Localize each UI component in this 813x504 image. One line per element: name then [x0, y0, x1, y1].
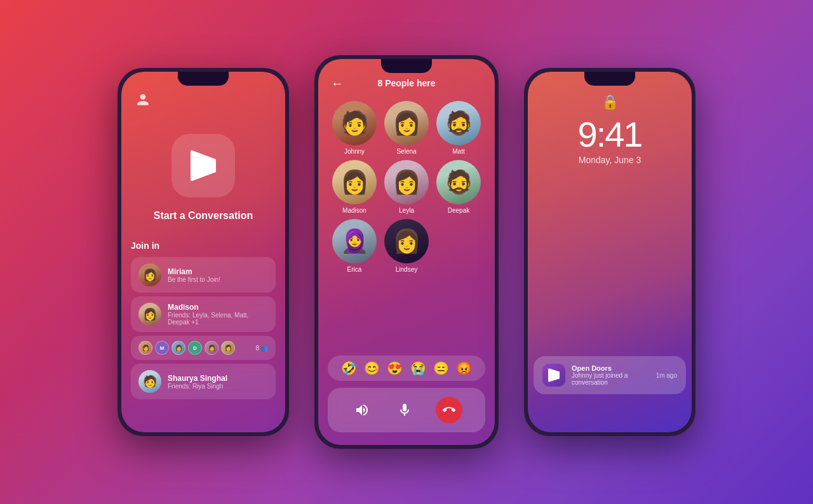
app-logo-shape	[191, 150, 216, 182]
person-madison-2[interactable]: 👩 Madison	[331, 160, 378, 214]
join-item-miriam[interactable]: 👩 Miriam Be the first to Join!	[131, 257, 276, 293]
erica-name: Erica	[347, 266, 362, 273]
call-controls	[328, 388, 485, 432]
deepak-avatar: 🧔	[436, 160, 481, 204]
phone2-header: ← 8 People here	[318, 59, 495, 95]
emoji-heart-eyes[interactable]: 😍	[387, 361, 403, 376]
phone1-header	[121, 72, 285, 115]
notification-card[interactable]: Open Doors Johnny just joined a conversa…	[534, 356, 686, 394]
miriam-info: Miriam Be the first to Join!	[168, 267, 268, 283]
shaurya-avatar: 🧑	[138, 370, 161, 393]
matt-name: Matt	[452, 148, 464, 155]
phone2-title: 8 People here	[377, 78, 435, 88]
selena-avatar: 👩	[384, 101, 429, 145]
mini-avatar-d: D	[188, 341, 202, 355]
emoji-cry[interactable]: 😭	[410, 361, 426, 376]
johnny-avatar: 🧑	[332, 101, 377, 145]
leyla-avatar: 👩	[384, 160, 429, 204]
back-button[interactable]: ←	[331, 76, 344, 91]
selena-name: Selena	[396, 148, 416, 155]
notification-time: 1m ago	[656, 372, 677, 379]
shaurya-name: Shaurya Singhal	[168, 374, 268, 383]
mini-avatar-m: M	[155, 341, 169, 355]
person-johnny[interactable]: 🧑 Johnny	[331, 101, 378, 155]
person-lindsey[interactable]: 👩 Lindsey	[383, 219, 430, 273]
app-logo-container	[171, 134, 235, 197]
notification-app-icon	[542, 364, 565, 387]
join-in-section: Join in 👩 Miriam Be the first to Join! 👩	[121, 241, 285, 403]
profile-icon[interactable]	[134, 91, 152, 109]
phone-2: ← 8 People here 🧑 Johnny 👩 Selena	[314, 55, 499, 449]
madison-sub: Friends: Leyla, Selena, Matt, Deepak +1	[168, 312, 268, 326]
emoji-neutral[interactable]: 😑	[433, 361, 449, 376]
shaurya-info: Shaurya Singhal Friends: Riya Singh	[168, 374, 268, 390]
start-conversation-title: Start a Conversation	[154, 210, 253, 222]
person-matt[interactable]: 🧔 Matt	[435, 101, 482, 155]
emoji-angry[interactable]: 😡	[456, 361, 472, 376]
person-leyla[interactable]: 👩 Leyla	[383, 160, 430, 214]
madison-avatar: 👩	[138, 303, 161, 326]
lock-screen-time: 9:41	[578, 114, 642, 155]
person-selena[interactable]: 👩 Selena	[383, 101, 430, 155]
notification-body: Johnny just joined a conversation	[572, 372, 650, 386]
emoji-rofl[interactable]: 🤣	[341, 361, 357, 376]
deepak-name: Deepak	[448, 207, 469, 214]
lock-screen-date: Monday, June 3	[579, 155, 642, 165]
madison2-avatar: 👩	[332, 160, 377, 204]
phone-1: Start a Conversation Join in 👩 Miriam Be…	[118, 68, 289, 436]
johnny-name: Johnny	[344, 148, 365, 155]
erica-avatar: 🧕	[332, 219, 377, 263]
miriam-avatar: 👩	[138, 263, 161, 286]
lindsey-name: Lindsey	[396, 266, 417, 273]
matt-avatar: 🧔	[436, 101, 481, 145]
madison-info: Madison Friends: Leyla, Selena, Matt, De…	[168, 303, 268, 326]
emoji-smile[interactable]: 😊	[364, 361, 380, 376]
end-call-button[interactable]	[436, 397, 462, 423]
people-grid: 🧑 Johnny 👩 Selena 🧔 Matt	[318, 95, 495, 352]
phone-3: 🔒 9:41 Monday, June 3 Open Doors Johnny …	[524, 68, 695, 436]
mic-button[interactable]	[393, 399, 416, 421]
join-item-shaurya[interactable]: 🧑 Shaurya Singhal Friends: Riya Singh	[131, 364, 276, 399]
notification-app-logo	[548, 368, 560, 382]
miriam-name: Miriam	[168, 267, 268, 276]
lindsey-avatar: 👩	[384, 219, 429, 263]
phone1-background: Start a Conversation Join in 👩 Miriam Be…	[121, 72, 285, 432]
join-in-label: Join in	[131, 241, 276, 251]
madison-name: Madison	[168, 303, 268, 312]
lock-icon: 🔒	[601, 94, 619, 110]
mini-avatar-1: 👩	[138, 341, 152, 355]
mini-avatar-4: 👩	[221, 341, 235, 355]
shaurya-sub: Friends: Riya Singh	[168, 383, 268, 390]
notification-content: Open Doors Johnny just joined a conversa…	[572, 364, 650, 386]
person-erica[interactable]: 🧕 Erica	[331, 219, 378, 273]
person-deepak[interactable]: 🧔 Deepak	[435, 160, 482, 214]
speaker-button[interactable]	[351, 399, 373, 421]
leyla-name: Leyla	[399, 207, 414, 214]
count-badge: 8 👥	[255, 345, 268, 352]
mini-avatar-2: 👩	[171, 341, 185, 355]
mini-avatar-3: 👩	[205, 341, 218, 355]
join-item-madison[interactable]: 👩 Madison Friends: Leyla, Selena, Matt, …	[131, 296, 276, 332]
emoji-reactions-bar: 🤣 😊 😍 😭 😑 😡	[328, 355, 485, 381]
notification-title: Open Doors	[572, 364, 650, 372]
phone3-background: 🔒 9:41 Monday, June 3 Open Doors Johnny …	[528, 72, 692, 432]
phone2-background: ← 8 People here 🧑 Johnny 👩 Selena	[318, 59, 495, 445]
multi-avatar-row[interactable]: 👩 M 👩 D 👩 👩 8 👥	[131, 336, 276, 360]
miriam-sub: Be the first to Join!	[168, 276, 268, 283]
madison2-name: Madison	[342, 207, 366, 214]
